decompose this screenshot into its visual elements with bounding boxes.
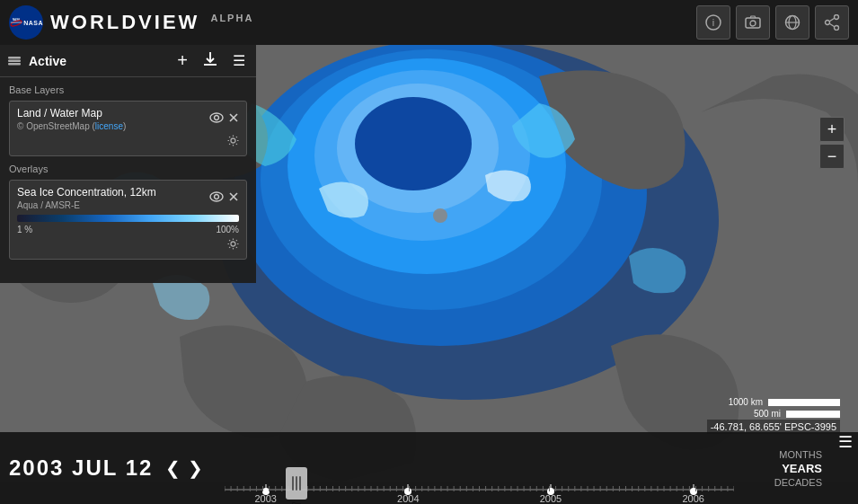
svg-line-23 bbox=[829, 18, 835, 22]
close-icon-sea-ice[interactable] bbox=[228, 191, 239, 205]
svg-point-33 bbox=[231, 138, 235, 143]
layer-title-land-water: Land / Water Map bbox=[17, 107, 126, 119]
svg-rect-26 bbox=[8, 60, 21, 63]
svg-point-7 bbox=[355, 97, 472, 190]
svg-rect-27 bbox=[8, 63, 21, 66]
timeline-menu-button[interactable]: ☰ bbox=[833, 432, 858, 504]
year-label-2006: 2006 bbox=[682, 493, 703, 504]
svg-point-29 bbox=[210, 113, 223, 122]
decades-scale[interactable]: DECADES bbox=[774, 477, 822, 488]
overlays-label: Overlays bbox=[9, 164, 247, 174]
active-tab-label: Active bbox=[29, 54, 166, 68]
year-label-2004: 2004 bbox=[397, 493, 419, 504]
zoom-controls: + − bbox=[819, 117, 845, 169]
playhead-line-2 bbox=[296, 476, 297, 491]
panel-tabs: Active + ☰ bbox=[0, 45, 256, 77]
years-scale[interactable]: YEARS bbox=[782, 462, 822, 475]
camera-button[interactable] bbox=[736, 5, 770, 40]
prev-date-button[interactable]: ❮ bbox=[162, 457, 184, 479]
info-button[interactable]: i bbox=[696, 5, 730, 40]
layer-subtitle-sea-ice: Aqua / AMSR-E bbox=[17, 200, 156, 210]
timeline-track[interactable]: 2003 2004 2005 2006 bbox=[225, 468, 734, 504]
playhead[interactable]: ☞ bbox=[286, 467, 307, 500]
close-icon-land-water[interactable] bbox=[228, 112, 239, 126]
svg-point-16 bbox=[750, 21, 756, 26]
svg-point-35 bbox=[215, 195, 219, 199]
header: NASA WORLDVIEW alpha i bbox=[0, 0, 858, 45]
panel-menu-button[interactable]: ☰ bbox=[229, 52, 249, 69]
playhead-lines bbox=[292, 476, 301, 491]
zoom-out-button[interactable]: − bbox=[819, 144, 845, 169]
scale-bar-1000 bbox=[768, 399, 840, 406]
svg-point-22 bbox=[826, 21, 830, 25]
share-button[interactable] bbox=[815, 5, 849, 40]
globe-button[interactable] bbox=[775, 5, 809, 40]
svg-text:i: i bbox=[712, 17, 714, 28]
date-display: 2003 JUL 12 ❮ ❯ bbox=[0, 432, 216, 504]
eye-icon-land-water[interactable] bbox=[209, 112, 224, 126]
svg-point-38 bbox=[231, 242, 235, 246]
svg-rect-25 bbox=[8, 57, 21, 59]
playhead-line-3 bbox=[299, 476, 301, 491]
next-date-button[interactable]: ❯ bbox=[184, 457, 207, 479]
base-layers-label: Base Layers bbox=[9, 84, 247, 95]
year-label-2003: 2003 bbox=[254, 493, 276, 504]
panel-body: Base Layers Land / Water Map © OpenStree… bbox=[0, 77, 256, 274]
svg-point-20 bbox=[835, 15, 839, 20]
scale-1000-label: 1000 km bbox=[729, 397, 763, 407]
playhead-cursor: ☞ bbox=[291, 499, 302, 504]
header-icons: i bbox=[696, 5, 849, 40]
sea-ice-layer: Sea Ice Concentration, 12km Aqua / AMSR-… bbox=[9, 180, 247, 260]
svg-point-8 bbox=[433, 208, 447, 223]
colorbar-labels: 1 % 100% bbox=[17, 225, 239, 234]
app-title: WORLDVIEW alpha bbox=[50, 11, 696, 34]
land-water-map-layer: Land / Water Map © OpenStreetMap (licens… bbox=[9, 101, 247, 156]
timeline-bar: 2003 JUL 12 ❮ ❯ 2003 2004 2005 2006 bbox=[0, 432, 858, 504]
layer-title-sea-ice: Sea Ice Concentration, 12km bbox=[17, 186, 156, 199]
svg-line-24 bbox=[829, 23, 835, 27]
playhead-line-1 bbox=[292, 476, 294, 491]
svg-point-21 bbox=[835, 26, 839, 31]
months-scale[interactable]: MONTHS bbox=[779, 449, 822, 460]
time-scale-options: MONTHS YEARS DECADES bbox=[743, 432, 833, 504]
svg-point-30 bbox=[215, 116, 219, 120]
license-link[interactable]: license bbox=[95, 121, 123, 131]
year-label-2005: 2005 bbox=[540, 493, 562, 504]
scale-bar-500 bbox=[786, 411, 840, 418]
download-button[interactable] bbox=[199, 50, 222, 71]
gear-icon-land-water[interactable] bbox=[227, 136, 239, 149]
svg-point-34 bbox=[210, 192, 223, 201]
current-date: 2003 JUL 12 bbox=[9, 455, 153, 481]
layers-icon bbox=[7, 52, 22, 69]
eye-icon-sea-ice[interactable] bbox=[209, 191, 224, 205]
add-layer-button[interactable]: + bbox=[173, 50, 191, 71]
zoom-in-button[interactable]: + bbox=[819, 117, 845, 142]
scale-bar: 1000 km 500 mi bbox=[729, 397, 840, 419]
scale-500-label: 500 mi bbox=[754, 409, 781, 419]
gear-icon-sea-ice[interactable] bbox=[227, 239, 239, 252]
colorbar-sea-ice bbox=[17, 215, 239, 222]
timeline-container[interactable]: 2003 2004 2005 2006 bbox=[216, 432, 743, 504]
left-panel: Active + ☰ Base Layers Land / Water Map … bbox=[0, 45, 256, 283]
layer-subtitle-land-water: © OpenStreetMap (license) bbox=[17, 121, 126, 131]
nasa-logo: NASA bbox=[9, 5, 43, 40]
